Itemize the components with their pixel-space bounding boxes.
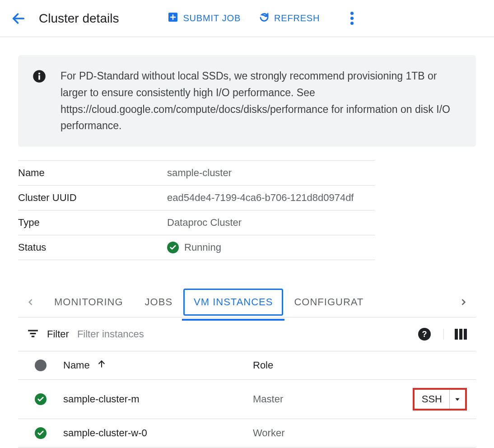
info-icon: [33, 70, 46, 85]
tabs: MONITORING JOBS VM INSTANCES CONFIGURAT: [18, 287, 476, 317]
submit-job-button[interactable]: SUBMIT JOB: [168, 12, 241, 25]
svg-rect-6: [30, 333, 36, 334]
detail-label: Cluster UUID: [18, 186, 167, 210]
detail-row-type: Type Dataproc Cluster: [18, 210, 375, 235]
instance-name[interactable]: sample-cluster-m: [63, 393, 244, 405]
svg-marker-9: [455, 398, 459, 401]
detail-row-status: Status Running: [18, 235, 375, 260]
instance-role: Master: [253, 393, 386, 405]
check-circle-icon: [35, 427, 47, 439]
tab-monitoring[interactable]: MONITORING: [43, 287, 134, 317]
info-banner: For PD-Standard without local SSDs, we s…: [18, 55, 476, 147]
svg-point-4: [38, 73, 40, 75]
column-chooser-icon[interactable]: [443, 329, 467, 340]
overflow-menu-icon[interactable]: [347, 8, 357, 28]
ssh-button-label: SSH: [415, 390, 450, 409]
instance-role: Worker: [253, 427, 386, 439]
svg-rect-3: [38, 75, 40, 80]
instances-table-header: Name Role: [18, 351, 476, 380]
help-icon[interactable]: ?: [418, 328, 431, 341]
filter-icon: [27, 327, 39, 341]
instance-row: sample-cluster-m Master SSH: [18, 380, 476, 419]
refresh-button[interactable]: REFRESH: [259, 12, 320, 25]
detail-label: Status: [18, 235, 167, 260]
filter-label: Filter: [47, 328, 69, 340]
tabs-scroll-left-icon[interactable]: [18, 298, 43, 307]
col-header-status: [27, 359, 54, 371]
back-arrow-icon[interactable]: [11, 11, 26, 26]
status-dot-icon: [35, 359, 47, 371]
detail-row-uuid: Cluster UUID ead54de4-7199-4ca6-b706-121…: [18, 186, 375, 210]
status-text: Running: [184, 242, 221, 253]
svg-rect-7: [32, 336, 35, 337]
filter-row: Filter ?: [18, 317, 476, 351]
tab-jobs[interactable]: JOBS: [134, 287, 183, 317]
info-banner-text: For PD-Standard without local SSDs, we s…: [61, 68, 461, 134]
detail-value: ead54de4-7199-4ca6-b706-121d8d0974df: [167, 186, 375, 210]
col-header-name[interactable]: Name: [63, 359, 244, 371]
check-circle-icon: [35, 393, 47, 405]
detail-label: Type: [18, 210, 167, 235]
svg-rect-5: [28, 330, 38, 331]
detail-row-name: Name sample-cluster: [18, 161, 375, 186]
header-actions: SUBMIT JOB REFRESH: [168, 8, 357, 28]
content-area: For PD-Standard without local SSDs, we s…: [0, 37, 494, 448]
tab-configuration[interactable]: CONFIGURAT: [283, 287, 364, 317]
page-header: Cluster details SUBMIT JOB REFRESH: [0, 0, 494, 37]
submit-job-label: SUBMIT JOB: [183, 13, 241, 23]
cluster-details-table: Name sample-cluster Cluster UUID ead54de…: [18, 160, 375, 260]
filter-input[interactable]: [77, 328, 410, 340]
dropdown-caret-icon[interactable]: [450, 390, 465, 409]
tabs-scroll-right-icon[interactable]: [451, 298, 476, 307]
detail-value: Running: [167, 235, 375, 260]
col-header-role[interactable]: Role: [253, 359, 386, 371]
ssh-button[interactable]: SSH: [413, 388, 467, 411]
detail-label: Name: [18, 161, 167, 186]
instance-name[interactable]: sample-cluster-w-0: [63, 427, 244, 439]
refresh-label: REFRESH: [274, 13, 320, 23]
check-circle-icon: [167, 242, 179, 253]
detail-value: sample-cluster: [167, 161, 375, 186]
plus-box-icon: [168, 12, 178, 25]
sort-ascending-icon: [97, 359, 106, 371]
instance-row: sample-cluster-w-0 Worker: [18, 419, 476, 448]
detail-value: Dataproc Cluster: [167, 210, 375, 235]
refresh-icon: [259, 12, 270, 25]
page-title: Cluster details: [39, 11, 119, 26]
tab-vm-instances[interactable]: VM INSTANCES: [183, 289, 283, 316]
